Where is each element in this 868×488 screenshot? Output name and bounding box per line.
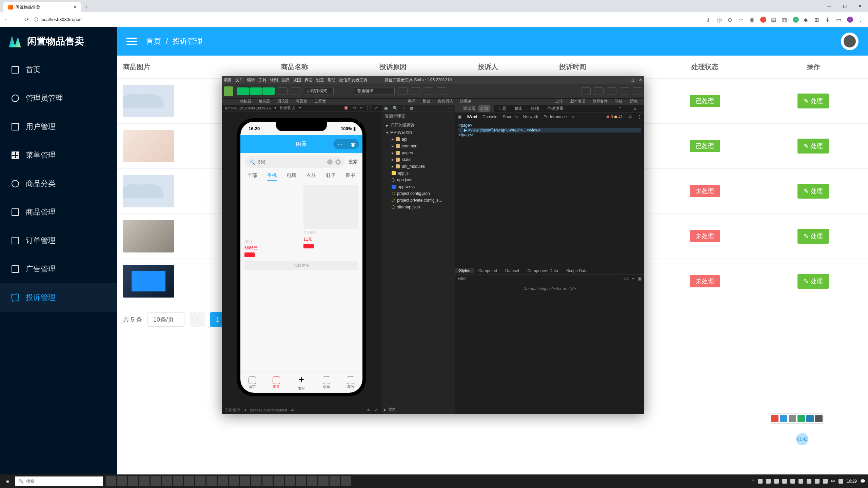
file-app-wxss[interactable]: app.wxss [381,183,455,190]
taskbar-app-icon[interactable] [173,476,183,486]
window-close[interactable]: ✕ [852,0,868,12]
taskbar-app-icon[interactable] [262,476,273,486]
browser-tab[interactable]: 闲置物品售卖 ✕ [3,2,81,12]
editor-button[interactable] [250,87,262,95]
simulator-button[interactable] [237,87,249,95]
inspect-icon[interactable]: ▣ [458,115,461,119]
new-tab-button[interactable]: + [81,4,91,12]
rotate-icon[interactable]: ⟲ [353,106,356,110]
sources-subtab[interactable]: Sources [503,115,518,119]
file-project-config[interactable]: project.config.json [381,190,455,197]
styles-tab[interactable]: Styles [455,268,474,273]
taskbar-app-icon[interactable] [117,476,127,486]
messages-button[interactable] [633,87,642,95]
dataset-tab[interactable]: Dataset [501,268,523,273]
compile-button[interactable] [398,87,408,95]
site-info-icon[interactable]: ⓘ [34,17,38,23]
devtools-close-icon[interactable]: ✕ [639,78,642,82]
breadcrumb-home[interactable]: 首页 [146,37,161,45]
file-project-private[interactable]: project.private.config.js... [381,197,455,204]
ext1-icon[interactable]: ▣ [749,17,755,23]
devtools-min-icon[interactable]: — [622,78,626,82]
start-button[interactable]: ⊞ [0,479,15,484]
pin-styles-icon[interactable]: ▣ [638,276,642,281]
address-bar[interactable]: ⓘ localhost:8080/report [34,17,82,23]
profile-avatar-icon[interactable] [847,17,853,23]
mute-icon[interactable]: 🔇 [344,106,349,110]
menu-item[interactable]: 工具 [258,77,267,83]
dom-tree[interactable]: <page> ▶ <view class="u-wrap u-wrap">…</… [455,121,644,267]
sidebar-item-products[interactable]: 商品管理 [0,198,117,226]
expand-icon[interactable]: ⤢ [375,408,378,412]
copy-path-icon[interactable]: ⧉ [291,408,294,412]
handle-button[interactable]: ✎处理 [797,139,829,154]
handle-button[interactable]: ✎处理 [797,184,829,199]
tray-expand-icon[interactable]: ⌃ [751,479,754,484]
taskbar-app-icon[interactable] [229,476,239,486]
taskbar-app-icon[interactable] [218,476,228,486]
ext-tab-icon[interactable]: ▦ [410,106,413,110]
tab-want[interactable]: 求购 [323,377,330,389]
tab-idle[interactable]: 闲置 [273,377,280,389]
taskbar-app-icon[interactable] [318,476,329,486]
taskbar-app-icon[interactable] [162,476,172,486]
problems-tab[interactable]: 问题 [494,105,511,113]
version-button[interactable] [594,87,604,95]
remote-debug-button[interactable] [424,87,433,95]
adblock-ext-icon[interactable] [760,17,766,23]
handle-button[interactable]: ✎处理 [797,94,829,108]
fullscreen-icon[interactable]: ⛶ [367,106,371,110]
project-icon[interactable] [224,86,233,96]
project-root[interactable]: ▾ MP-WEIXIN [381,129,455,136]
taskbar-app-icon[interactable] [285,476,295,486]
search-tab-icon[interactable]: 🔍 [393,106,398,110]
hotreload-toggle[interactable]: 热重载 关 [280,105,296,110]
user-avatar[interactable] [841,33,859,50]
cat-phone[interactable]: 手机 [267,172,277,181]
phone-simulator[interactable]: 16:29100% ▮ 闲置 ⋯◉ 🔍 666 ✕ [237,118,366,396]
ime-toolbar[interactable] [770,413,824,424]
system-tray[interactable]: ⌃ 中 16:29 💬 [751,479,868,484]
taskbar-app-icon[interactable] [184,476,194,486]
product-card[interactable]: 11666 11元 [303,185,358,248]
clock[interactable]: 16:29 [847,479,857,484]
clear-cache-button[interactable] [437,87,446,95]
nav-reload-icon[interactable]: ⟳ [24,16,29,23]
debugger-tab[interactable]: 调试器 8, 41 [455,105,494,113]
window-minimize[interactable]: — [821,0,837,12]
network-subtab[interactable]: Network [523,115,538,119]
dir-common[interactable]: ▸common [381,143,455,149]
menu-item[interactable]: 编辑 [247,77,255,83]
mode-select[interactable]: 小程序模式 [304,87,334,95]
window-maximize[interactable]: ▢ [837,0,852,12]
explorer-tab-icon[interactable]: ▣ [384,106,388,110]
notifications-icon[interactable]: 💬 [860,479,865,484]
bookmark-icon[interactable]: ☆ [738,17,745,23]
file-sitemap[interactable]: sitemap.json [381,204,455,210]
device-select[interactable]: iPhone 12/13 mini 100% 16 [225,106,271,110]
wechat-devtools-window[interactable]: 项目文件编辑工具转到选择视图界面设置帮助微信开发者工具 微信开发者工具 Stab… [222,76,644,414]
console-subtab[interactable]: Console [482,115,497,119]
mp-search-button[interactable]: 搜索 [348,159,358,165]
dir-static[interactable]: ▸static [381,156,455,163]
menu-item[interactable]: 项目 [224,77,232,83]
cls-toggle[interactable]: .cls [623,276,629,281]
performance-subtab[interactable]: Performance [544,115,567,119]
add-style-icon[interactable]: + [632,276,634,281]
capsule-button[interactable]: ⋯◉ [333,139,359,149]
scope-data-tab[interactable]: Scope Data [562,268,592,273]
zoom-icon[interactable]: ⊕ [728,17,734,23]
vue-ext-icon[interactable] [793,17,799,23]
dir-uni-modules[interactable]: ▸uni_modules [381,163,455,170]
gear-icon[interactable]: ⚙ [628,115,632,119]
tab-home[interactable]: 首页 [249,377,256,389]
ext4-icon[interactable]: ◆ [804,17,810,23]
page-path[interactable]: pages/unused/unused [250,408,287,412]
cat-pc[interactable]: 电脑 [287,172,296,181]
taskbar-app-icon[interactable] [195,476,205,486]
tab-publish[interactable]: +发布 [296,375,307,391]
cloud-button[interactable] [291,87,300,95]
taskbar-app-icon[interactable] [274,476,284,486]
sidebar-item-admins[interactable]: 管理员管理 [0,84,117,113]
chevron-up-icon[interactable]: ⌃ [614,105,626,113]
